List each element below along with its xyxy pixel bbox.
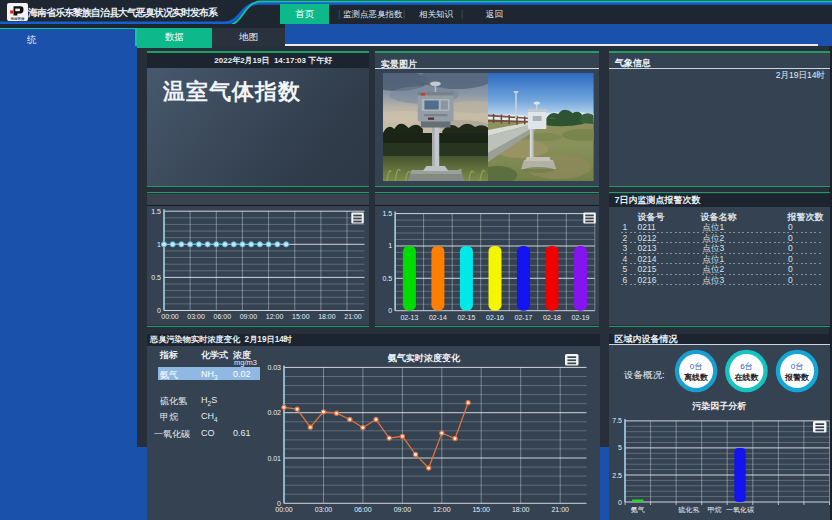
svg-text:7.5: 7.5	[612, 417, 622, 424]
svg-text:先河环保: 先河环保	[10, 16, 25, 21]
svg-text:02-14: 02-14	[429, 313, 447, 320]
svg-text:1: 1	[388, 242, 392, 249]
svg-text:09:00: 09:00	[394, 506, 412, 513]
svg-text:21:00: 21:00	[551, 506, 569, 513]
svg-text:6台: 6台	[740, 362, 752, 371]
svg-text:在线数: 在线数	[733, 373, 759, 382]
svg-text:0: 0	[388, 307, 392, 314]
svg-text:02-19: 02-19	[571, 313, 589, 320]
svg-text:离线数: 离线数	[684, 372, 709, 382]
svg-text:03:00: 03:00	[315, 506, 333, 513]
svg-text:1: 1	[157, 241, 161, 248]
svg-text:02-17: 02-17	[514, 313, 532, 320]
svg-text:0.03: 0.03	[267, 364, 281, 371]
svg-text:09:00: 09:00	[240, 313, 258, 320]
svg-text:02-16: 02-16	[486, 313, 504, 320]
svg-text:一氧化碳: 一氧化碳	[726, 506, 754, 514]
svg-text:报警数: 报警数	[784, 373, 810, 382]
svg-text:0.5: 0.5	[382, 275, 392, 282]
svg-text:21:00: 21:00	[344, 313, 362, 320]
svg-text:06:00: 06:00	[214, 313, 232, 320]
svg-text:02-18: 02-18	[543, 313, 561, 320]
svg-text:1.5: 1.5	[151, 207, 161, 214]
svg-text:03:00: 03:00	[187, 313, 205, 320]
svg-text:18:00: 18:00	[512, 506, 530, 513]
svg-text:硫化氢: 硫化氢	[677, 506, 699, 514]
svg-text:00:00: 00:00	[161, 313, 179, 320]
svg-text:5: 5	[618, 444, 622, 451]
svg-text:0.5: 0.5	[151, 274, 161, 281]
svg-text:甲烷: 甲烷	[707, 506, 721, 514]
svg-text:00:00: 00:00	[275, 506, 293, 513]
svg-text:氨气: 氨气	[630, 506, 644, 513]
svg-text:0.01: 0.01	[267, 455, 281, 462]
svg-text:06:00: 06:00	[354, 506, 372, 513]
svg-text:12:00: 12:00	[433, 506, 451, 513]
svg-text:0.02: 0.02	[267, 409, 281, 416]
svg-text:15:00: 15:00	[472, 506, 490, 513]
svg-text:02-15: 02-15	[457, 313, 475, 320]
svg-text:2.5: 2.5	[612, 472, 622, 479]
svg-text:0: 0	[618, 499, 622, 506]
svg-text:02-13: 02-13	[400, 313, 418, 320]
svg-text:15:00: 15:00	[292, 313, 310, 320]
svg-text:18:00: 18:00	[318, 313, 336, 320]
svg-text:氨气实时浓度变化: 氨气实时浓度变化	[387, 352, 461, 363]
svg-text:0台: 0台	[689, 362, 701, 371]
svg-text:0台: 0台	[790, 362, 802, 371]
svg-text:1.5: 1.5	[382, 210, 392, 217]
svg-text:12:00: 12:00	[266, 313, 284, 320]
